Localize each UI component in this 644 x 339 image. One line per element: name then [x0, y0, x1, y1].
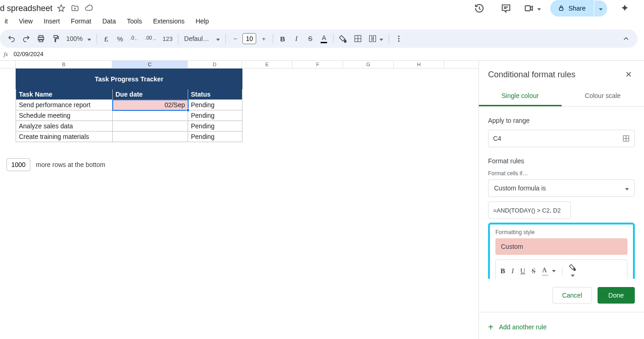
font-size-input[interactable] [242, 33, 256, 44]
borders-button[interactable] [351, 32, 365, 45]
svg-rect-1 [559, 8, 563, 11]
cloud-status-icon[interactable] [85, 4, 93, 12]
table-header-row: Task Name Due date Status [16, 89, 242, 100]
style-preview[interactable]: Custom [495, 238, 627, 255]
condition-select[interactable]: Custom formula is [488, 179, 635, 197]
more-toolbar-button[interactable] [392, 32, 406, 45]
selection-handle[interactable] [186, 109, 190, 112]
menu-tools[interactable]: Tools [122, 16, 147, 27]
cancel-button[interactable]: Cancel [552, 287, 592, 304]
col-task-name[interactable]: Task Name [16, 89, 113, 100]
col-header-F[interactable]: F [293, 61, 343, 68]
menu-data[interactable]: Data [98, 16, 121, 27]
col-header-D[interactable]: D [188, 61, 242, 68]
merge-cells-button[interactable] [366, 32, 386, 45]
col-header-E[interactable]: E [242, 61, 293, 68]
sheet-area[interactable]: B C D E F G H Task Progress Tracker Task… [0, 61, 478, 339]
tab-single-colour[interactable]: Single colour [479, 86, 562, 106]
menu-extensions[interactable]: Extensions [149, 16, 189, 27]
svg-rect-0 [525, 6, 530, 11]
cell-task[interactable]: Create training materials [16, 132, 113, 142]
style-fill-color-button[interactable] [569, 264, 576, 279]
table-row: Analyze sales data Pending [16, 121, 242, 132]
text-color-button[interactable]: A [317, 32, 330, 45]
col-due-date[interactable]: Due date [113, 89, 188, 100]
panel-title: Conditional format rules [488, 70, 575, 80]
svg-point-6 [398, 35, 400, 37]
share-label: Share [569, 5, 586, 12]
cell-due-selected[interactable]: 02/Sep [113, 100, 188, 110]
formula-value: 02/09/2024 [13, 51, 43, 57]
cell-task[interactable]: Analyze sales data [16, 121, 113, 132]
done-button[interactable]: Done [598, 287, 635, 304]
cell-due[interactable] [113, 121, 188, 132]
table-row: Create training materials Pending [16, 132, 242, 142]
cell-status[interactable]: Pending [188, 100, 242, 110]
redo-button[interactable] [19, 32, 33, 45]
style-strike-button[interactable]: S [532, 267, 535, 275]
style-bold-button[interactable]: B [500, 267, 505, 275]
menu-format[interactable]: Format [66, 16, 96, 27]
condition-value: Custom formula is [494, 184, 546, 192]
font-select[interactable]: Defaul… [181, 32, 223, 45]
custom-formula-input[interactable] [488, 201, 571, 219]
more-rows-input[interactable] [6, 158, 30, 171]
col-header-B[interactable]: B [16, 61, 112, 68]
cell-due[interactable] [113, 132, 188, 142]
cell-status[interactable]: Pending [188, 132, 242, 142]
increase-font-button[interactable]: + [257, 32, 270, 45]
col-status[interactable]: Status [188, 89, 242, 100]
cell-status[interactable]: Pending [188, 121, 242, 132]
tracker-title[interactable]: Task Progress Tracker [16, 69, 242, 89]
plus-icon: + [488, 322, 494, 332]
grid-select-icon[interactable] [622, 135, 630, 142]
percent-button[interactable]: % [114, 32, 126, 45]
format-rules-label: Format rules [488, 157, 635, 165]
cell-due[interactable] [113, 110, 188, 121]
style-underline-button[interactable]: U [520, 267, 525, 275]
bold-button[interactable]: B [276, 32, 289, 45]
cell-task[interactable]: Send performance report [16, 100, 113, 110]
strikethrough-button[interactable]: S [304, 32, 316, 45]
col-header-C[interactable]: C [112, 61, 188, 68]
fill-color-button[interactable] [336, 32, 350, 45]
panel-close-button[interactable]: ✕ [622, 69, 635, 80]
style-italic-button[interactable]: I [512, 267, 514, 275]
fx-icon: fx [4, 51, 8, 58]
increase-decimal-button[interactable]: .00→ [142, 32, 159, 45]
add-rule-label: Add another rule [499, 323, 547, 331]
add-more-rows: more rows at the bottom [6, 158, 105, 171]
document-title[interactable]: d spreadsheet [0, 4, 52, 13]
add-another-rule[interactable]: + Add another rule [479, 315, 644, 339]
collapse-toolbar-button[interactable] [619, 32, 633, 45]
decrease-decimal-button[interactable]: .0← [127, 32, 141, 45]
col-header-G[interactable]: G [343, 61, 394, 68]
select-all-corner[interactable] [0, 61, 16, 68]
menu-view[interactable]: View [14, 16, 37, 27]
range-value: C4 [493, 135, 501, 142]
cell-task[interactable]: Schedule meeting [16, 110, 113, 121]
italic-button[interactable]: I [290, 32, 303, 45]
zoom-select[interactable]: 100% [63, 32, 94, 45]
more-formats-button[interactable]: 123 [160, 32, 176, 45]
toolbar: 100% £ % .0← .00→ 123 Defaul… − + B I S … [0, 29, 638, 48]
style-text-color-button[interactable]: A [542, 266, 556, 276]
menu-help[interactable]: Help [191, 16, 213, 27]
cell-status[interactable]: Pending [188, 110, 242, 121]
decrease-font-button[interactable]: − [229, 32, 242, 45]
range-input[interactable]: C4 [488, 130, 635, 147]
undo-button[interactable] [5, 32, 18, 45]
tab-colour-scale[interactable]: Colour scale [562, 86, 644, 106]
formula-bar[interactable]: fx 02/09/2024 [0, 48, 644, 61]
col-header-H[interactable]: H [394, 61, 444, 68]
print-button[interactable] [34, 32, 48, 45]
formatting-style-label: Formatting style [495, 229, 627, 236]
move-folder-icon[interactable] [71, 4, 79, 12]
menu-edit[interactable]: it [0, 16, 12, 27]
menu-bar: it View Insert Format Data Tools Extensi… [0, 14, 644, 29]
menu-insert[interactable]: Insert [39, 16, 64, 27]
star-icon[interactable] [57, 4, 65, 12]
currency-button[interactable]: £ [100, 32, 113, 45]
paint-format-button[interactable] [49, 32, 63, 45]
more-rows-label: more rows at the bottom [36, 161, 105, 168]
